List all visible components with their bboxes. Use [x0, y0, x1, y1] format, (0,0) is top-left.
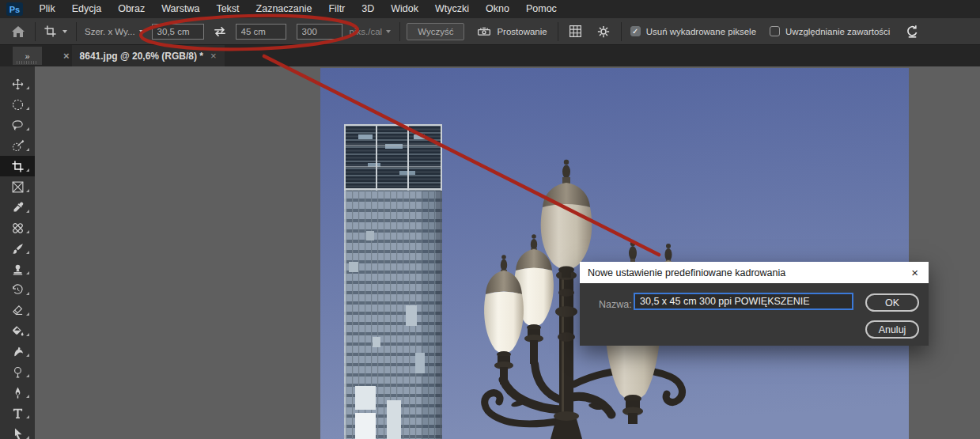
delete-cropped-pixels-checkbox[interactable]: ✓	[630, 26, 641, 36]
crop-settings-gear-icon[interactable]	[596, 25, 611, 39]
tool-spot-healing[interactable]	[0, 218, 35, 238]
cancel-button[interactable]: Anuluj	[865, 320, 919, 339]
chevron-down-icon[interactable]	[62, 30, 67, 33]
home-icon[interactable]	[11, 25, 25, 38]
menu-wtyczki[interactable]: Wtyczki	[427, 0, 478, 18]
tool-elliptical-marquee[interactable]	[0, 94, 35, 115]
menu-widok[interactable]: Widok	[383, 0, 427, 18]
separator	[558, 22, 558, 41]
chevron-down-icon[interactable]	[386, 30, 391, 33]
tool-quick-selection[interactable]	[0, 135, 35, 156]
document-tab[interactable]: 8641.jpg @ 20,6% (RGB/8) * ×	[72, 45, 225, 66]
menu-okno[interactable]: Okno	[478, 0, 518, 18]
tools-panel	[0, 66, 35, 439]
photo-canvas[interactable]	[320, 68, 909, 439]
menu-3d[interactable]: 3D	[354, 0, 383, 18]
tool-eraser[interactable]	[0, 300, 35, 320]
separator	[621, 22, 622, 41]
drag-grip	[17, 61, 38, 64]
tool-path-selection[interactable]	[0, 423, 35, 439]
crop-tool-icon[interactable]	[44, 25, 57, 38]
menu-filtr[interactable]: Filtr	[320, 0, 354, 18]
tool-clone-stamp[interactable]	[0, 259, 35, 279]
options-bar: Szer. x Wy... piks./cal Wyczyść Prostowa…	[0, 18, 980, 45]
overlay-grid-icon[interactable]	[568, 24, 583, 39]
crop-preset-dialog: Nowe ustawienie predefiniowane kadrowani…	[580, 262, 929, 346]
tab-group-close-icon[interactable]: ×	[63, 51, 70, 61]
content-aware-label[interactable]: Uwzględnianie zawartości	[785, 27, 890, 36]
document-tab-title: 8641.jpg @ 20,6% (RGB/8) *	[80, 51, 203, 62]
double-chevron-icon: »	[25, 51, 29, 61]
menu-plik[interactable]: Plik	[31, 0, 63, 18]
panel-overflow-chevrons[interactable]: »	[13, 47, 42, 65]
crop-height-input[interactable]	[236, 24, 286, 40]
tool-pen[interactable]	[0, 382, 35, 403]
aspect-preset-dropdown[interactable]: Szer. x Wy...	[85, 27, 135, 36]
tool-dodge[interactable]	[0, 361, 35, 382]
preset-name-input[interactable]	[634, 293, 853, 310]
tool-smudge[interactable]	[0, 341, 35, 361]
crop-resolution-input[interactable]	[297, 24, 342, 40]
menu-pomoc[interactable]: Pomoc	[517, 0, 565, 18]
dialog-close-icon[interactable]: ×	[911, 267, 918, 278]
separator	[35, 22, 36, 41]
delete-cropped-pixels-label[interactable]: Usuń wykadrowane piksele	[646, 27, 756, 36]
crop-width-input[interactable]	[152, 24, 204, 40]
document-tab-bar: » × 8641.jpg @ 20,6% (RGB/8) * ×	[0, 45, 980, 66]
menu-warstwa[interactable]: Warstwa	[153, 0, 208, 18]
tool-lasso[interactable]	[0, 115, 35, 135]
tool-history-brush[interactable]	[0, 279, 35, 300]
photoshop-logo: Ps	[6, 2, 23, 16]
tab-close-icon[interactable]: ×	[210, 51, 217, 61]
skyscraper	[344, 124, 442, 439]
name-label: Nazwa:	[599, 299, 632, 310]
dialog-title: Nowe ustawienie predefiniowane kadrowani…	[588, 267, 785, 278]
tool-eyedropper[interactable]	[0, 197, 35, 218]
separator	[76, 22, 77, 41]
menu-zaznaczanie[interactable]: Zaznaczanie	[248, 0, 320, 18]
menu-bar: Ps Plik Edycja Obraz Warstwa Tekst Zazna…	[0, 0, 980, 18]
ok-button[interactable]: OK	[865, 293, 919, 312]
menu-tekst[interactable]: Tekst	[208, 0, 248, 18]
menu-edycja[interactable]: Edycja	[63, 0, 110, 18]
photo-image	[320, 68, 909, 439]
content-aware-checkbox[interactable]: ✓	[770, 26, 780, 36]
straighten-label[interactable]: Prostowanie	[497, 27, 547, 36]
swap-dimensions-icon[interactable]	[213, 25, 227, 38]
dialog-titlebar[interactable]: Nowe ustawienie predefiniowane kadrowani…	[580, 262, 929, 283]
tool-frame[interactable]	[0, 176, 35, 197]
tool-paint-bucket[interactable]	[0, 320, 35, 341]
separator	[399, 22, 400, 41]
chevron-down-icon[interactable]	[139, 30, 144, 33]
tool-move[interactable]	[0, 74, 35, 94]
clear-button[interactable]: Wyczyść	[407, 23, 464, 40]
dialog-body: Nazwa: OK Anuluj	[580, 283, 929, 346]
tool-type[interactable]	[0, 403, 35, 423]
reset-tool-icon[interactable]	[905, 24, 920, 39]
resolution-unit-dropdown[interactable]: piks./cal	[350, 27, 383, 36]
tool-crop[interactable]	[0, 156, 35, 176]
menu-obraz[interactable]: Obraz	[110, 0, 153, 18]
straighten-icon[interactable]	[476, 25, 492, 39]
tool-brush[interactable]	[0, 238, 35, 259]
